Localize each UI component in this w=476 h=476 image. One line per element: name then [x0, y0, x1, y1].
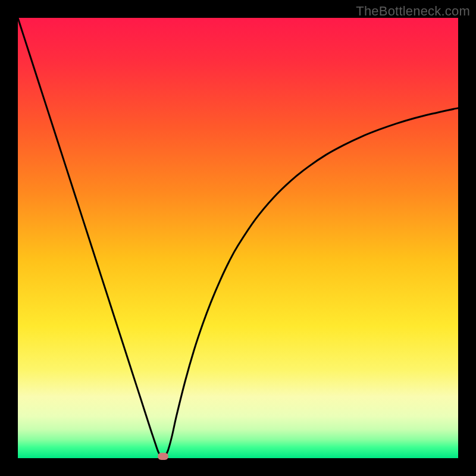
- chart-background: [18, 18, 458, 458]
- chart-svg: [18, 18, 458, 458]
- watermark-text: TheBottleneck.com: [356, 4, 470, 19]
- optimum-marker: [158, 453, 168, 460]
- chart-frame: [18, 18, 458, 458]
